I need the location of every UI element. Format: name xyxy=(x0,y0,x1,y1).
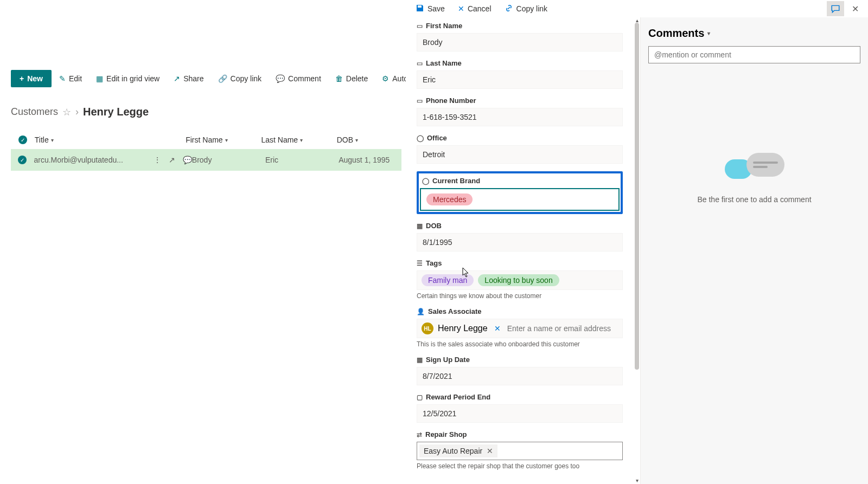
comment-button[interactable]: 💬 Comment xyxy=(269,71,328,86)
reward-label: Reward Period End xyxy=(426,393,490,401)
row-more-icon[interactable]: ⋮ xyxy=(154,156,161,164)
associate-input[interactable]: HL Henry Legge ✕ xyxy=(417,319,623,338)
calendar-icon: ▢ xyxy=(417,393,423,401)
signup-label: Sign Up Date xyxy=(426,356,470,364)
delete-button[interactable]: 🗑 Delete xyxy=(329,71,374,86)
field-signup: ▦Sign Up Date 8/7/2021 xyxy=(417,356,623,385)
repair-input[interactable]: Easy Auto Repair ✕ xyxy=(417,442,623,460)
remove-person-icon[interactable]: ✕ xyxy=(492,324,503,333)
row-last: Eric xyxy=(265,156,339,164)
tags-input[interactable]: Family man Looking to buy soon xyxy=(417,270,623,290)
comments-illustration-icon xyxy=(725,153,784,185)
office-label: Office xyxy=(427,134,447,142)
check-icon[interactable]: ✓ xyxy=(18,156,27,164)
plus-icon: + xyxy=(20,74,24,83)
brand-input[interactable]: Mercedes xyxy=(420,188,620,211)
save-button[interactable]: Save xyxy=(410,2,450,16)
calendar-icon: ▦ xyxy=(417,356,423,364)
row-comment-icon[interactable]: 💬 xyxy=(183,156,192,164)
grid-header: ✓ Title ▾ First Name ▾ Last Name ▾ DOB ▾ xyxy=(11,130,401,150)
delete-label: Delete xyxy=(346,74,368,83)
repair-chip-label: Easy Auto Repair xyxy=(424,447,482,455)
copy-link-toolbar-button[interactable]: 🔗 Copy link xyxy=(212,71,269,86)
close-icon: ✕ xyxy=(458,4,464,13)
comments-pane: Comments ▾ Be the first one to add a com… xyxy=(640,17,868,484)
avatar: HL xyxy=(422,322,433,334)
cancel-label: Cancel xyxy=(468,4,492,13)
text-icon: ▭ xyxy=(417,60,423,67)
office-input[interactable]: Detroit xyxy=(417,145,623,164)
signup-input[interactable]: 8/7/2021 xyxy=(417,367,623,385)
panel-command-bar: Save ✕ Cancel Copy link ✕ xyxy=(406,0,868,17)
chevron-down-icon: ▾ xyxy=(300,137,303,143)
row-first: Brody xyxy=(192,156,265,164)
associate-search[interactable] xyxy=(507,324,618,333)
choice-icon: ◯ xyxy=(422,177,429,185)
reward-input[interactable]: 12/5/2021 xyxy=(417,404,623,423)
star-icon[interactable]: ☆ xyxy=(62,106,71,118)
scrollbar[interactable] xyxy=(635,23,639,370)
tags-label: Tags xyxy=(426,259,442,267)
field-last-name: ▭Last Name Eric xyxy=(417,59,623,89)
scroll-down-icon[interactable]: ▾ xyxy=(634,477,640,484)
field-office: ◯Office Detroit xyxy=(417,134,623,164)
grid-edit-button[interactable]: ▦ Edit in grid view xyxy=(90,71,166,86)
breadcrumb-current: Henry Legge xyxy=(83,106,149,118)
comments-input[interactable] xyxy=(648,46,860,63)
link-icon: 🔗 xyxy=(218,74,227,83)
associate-label: Sales Associate xyxy=(428,307,482,315)
calendar-icon: ▦ xyxy=(417,222,423,230)
comments-toggle-icon[interactable] xyxy=(827,1,844,16)
breadcrumb-list[interactable]: Customers xyxy=(11,106,58,118)
comments-empty-state: Be the first one to add a comment xyxy=(641,153,868,204)
col-first-label: First Name xyxy=(186,135,222,144)
copy-link-label: Copy link xyxy=(516,4,548,13)
comment-icon: 💬 xyxy=(276,74,285,83)
dob-input[interactable]: 8/1/1995 xyxy=(417,233,623,251)
col-dob[interactable]: DOB ▾ xyxy=(337,135,401,144)
chevron-down-icon[interactable]: ▾ xyxy=(707,30,710,36)
copy-link-button[interactable]: Copy link xyxy=(499,2,553,16)
col-title[interactable]: Title ▾ xyxy=(35,135,186,144)
col-first[interactable]: First Name ▾ xyxy=(186,135,261,144)
field-first-name: ▭First Name Brody xyxy=(417,22,623,51)
flow-icon: ⚙ xyxy=(382,74,389,83)
first-name-input[interactable]: Brody xyxy=(417,33,623,51)
share-icon: ↗ xyxy=(174,74,180,83)
table-row[interactable]: ✓ arcu.Morbi@vulputatedu... ⋮ ↗ 💬 Brody … xyxy=(11,149,401,171)
chevron-down-icon: ▾ xyxy=(355,137,358,143)
share-button[interactable]: ↗ Share xyxy=(167,71,210,86)
col-dob-label: DOB xyxy=(337,135,353,144)
tags-help: Certain things we know about the custome… xyxy=(417,292,623,300)
cancel-button[interactable]: ✕ Cancel xyxy=(452,2,497,15)
lookup-icon: ⇄ xyxy=(417,431,422,438)
associate-help: This is the sales associate who onboarde… xyxy=(417,340,623,348)
repair-help: Please select the repair shop that the c… xyxy=(417,462,623,470)
form-scroll[interactable]: ▭First Name Brody ▭Last Name Eric ▭Phone… xyxy=(406,17,634,484)
field-current-brand: ◯Current Brand Mercedes xyxy=(417,171,623,214)
close-panel-icon[interactable]: ✕ xyxy=(846,1,864,16)
col-last[interactable]: Last Name ▾ xyxy=(261,135,336,144)
chevron-down-icon: ▾ xyxy=(51,137,54,143)
grid-icon: ▦ xyxy=(96,74,103,83)
edit-button[interactable]: ✎ Edit xyxy=(53,71,88,86)
new-label: New xyxy=(27,74,43,83)
field-sales-associate: 👤Sales Associate HL Henry Legge ✕ This i… xyxy=(417,307,623,348)
save-icon xyxy=(416,4,424,14)
last-name-label: Last Name xyxy=(426,59,462,67)
choice-icon: ◯ xyxy=(417,134,424,142)
edit-label: Edit xyxy=(69,74,82,83)
trash-icon: 🗑 xyxy=(335,74,343,83)
row-share-icon[interactable]: ↗ xyxy=(169,156,175,164)
text-icon: ▭ xyxy=(417,22,423,30)
phone-input[interactable]: 1-618-159-3521 xyxy=(417,108,623,126)
field-tags: ☰Tags Family man Looking to buy soon Cer… xyxy=(417,259,623,300)
check-icon: ✓ xyxy=(18,135,27,144)
new-button[interactable]: + New xyxy=(11,70,52,87)
last-name-input[interactable]: Eric xyxy=(417,70,623,89)
comment-label: Comment xyxy=(288,74,321,83)
dob-label: DOB xyxy=(426,222,442,230)
remove-chip-icon[interactable]: ✕ xyxy=(487,447,493,455)
select-all[interactable]: ✓ xyxy=(11,135,35,144)
chevron-down-icon: ▾ xyxy=(225,137,228,143)
